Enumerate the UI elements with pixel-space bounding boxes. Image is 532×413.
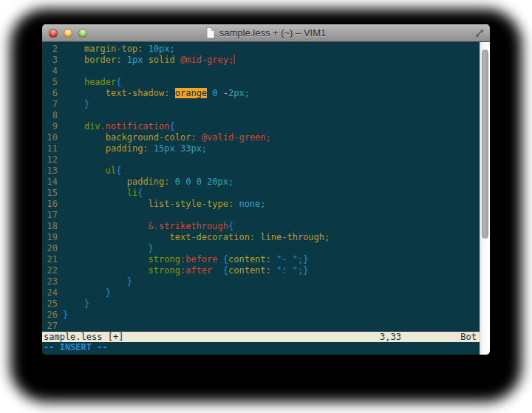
code-token: ul [106, 165, 116, 176]
code-line[interactable]: 23 } [42, 276, 480, 287]
line-number: 24 [42, 287, 58, 298]
code-line[interactable]: 10 background-color: @valid-green; [42, 132, 480, 143]
code-token [63, 55, 84, 65]
code-token [63, 177, 127, 187]
code-token: } [84, 99, 89, 109]
code-line[interactable]: 22 strong:after {content: ": ";} [42, 265, 480, 276]
code-token: ;} [298, 265, 308, 276]
code-line[interactable]: 19 text-decoration: line-through; [42, 232, 480, 243]
code-token [63, 165, 106, 176]
window-content: 2 margin-top: 10px;3 border: 1px solid @… [42, 42, 490, 355]
code-token [63, 221, 149, 231]
line-number: 9 [42, 121, 58, 132]
code-token: padding: [106, 143, 149, 154]
code-text: } [63, 298, 89, 310]
code-token: strong [149, 254, 180, 264]
code-token [218, 254, 223, 264]
code-text: margin-top: 10px; [63, 44, 175, 55]
code-text: div.notification{ [63, 121, 175, 132]
fullscreen-expand-icon[interactable] [474, 28, 485, 38]
code-line[interactable]: 5 header{ [42, 77, 480, 88]
code-text: } [63, 310, 68, 321]
code-text: header{ [63, 77, 122, 88]
code-line[interactable]: 17 [42, 210, 480, 221]
code-token [63, 287, 106, 298]
line-number: 25 [42, 298, 58, 310]
line-number: 14 [42, 177, 58, 188]
code-line[interactable]: 24 } [42, 287, 480, 298]
code-line[interactable]: 27 [42, 321, 480, 332]
code-text: &.strikethrough{ [63, 221, 233, 232]
line-number: 20 [42, 243, 58, 254]
statusline-filename: sample.less [+] [44, 332, 123, 342]
code-line[interactable]: 26} [42, 310, 480, 321]
code-token: header [84, 77, 116, 87]
zoom-button[interactable] [78, 29, 87, 38]
code-token [63, 298, 84, 309]
line-number: 7 [42, 99, 58, 110]
code-line[interactable]: 6 text-shadow: orange 0 -2px; [42, 88, 480, 99]
code-line[interactable]: 7 } [42, 99, 480, 110]
code-line[interactable]: 8 [42, 110, 480, 121]
close-button[interactable] [49, 29, 58, 38]
code-token: { [223, 265, 228, 276]
code-token [63, 132, 106, 143]
code-token: content: [228, 265, 271, 276]
code-line[interactable]: 20 } [42, 243, 480, 254]
code-token: border: [84, 55, 122, 65]
search-highlight: orange [175, 88, 207, 98]
code-line[interactable]: 13 ul{ [42, 165, 480, 177]
code-token: @valid-green; [202, 132, 271, 143]
line-number: 18 [42, 221, 58, 232]
code-token [63, 276, 127, 287]
code-line[interactable]: 16 list-style-type: none; [42, 199, 480, 210]
code-token: 15px 33px; [154, 143, 207, 154]
code-token: { [116, 165, 121, 176]
code-text: strong:after {content: ": ";} [63, 265, 308, 276]
code-line[interactable]: 21 strong:before {content: "- ";} [42, 254, 480, 265]
minimize-button[interactable] [64, 29, 72, 38]
line-number: 27 [42, 321, 58, 332]
code-token: { [228, 221, 233, 231]
code-token: div [84, 121, 100, 132]
titlebar[interactable]: sample.less + (~) – VIM1 [42, 24, 490, 42]
scrollbar-track[interactable] [480, 42, 490, 355]
code-token: - [223, 88, 228, 98]
code-token [63, 254, 149, 264]
desktop: sample.less + (~) – VIM1 2 margin-top: 1… [0, 0, 532, 413]
code-text: } [63, 276, 132, 287]
code-line[interactable]: 2 margin-top: 10px; [42, 44, 480, 55]
code-line[interactable]: 12 [42, 154, 480, 165]
code-token: 2px; [228, 88, 250, 98]
code-text: strong:before {content: "- ";} [63, 254, 308, 265]
code-token [63, 199, 149, 209]
code-token [63, 121, 84, 132]
code-text: ul{ [63, 165, 121, 177]
line-number: 6 [42, 88, 58, 99]
code-text: background-color: @valid-green; [63, 132, 271, 143]
code-line[interactable]: 3 border: 1px solid @mid-grey; [42, 55, 480, 66]
code-line[interactable]: 14 padding: 0 0 0 20px; [42, 177, 480, 188]
macvim-window: sample.less + (~) – VIM1 2 margin-top: 1… [42, 24, 490, 355]
scrollbar-thumb[interactable] [482, 50, 488, 239]
line-number: 5 [42, 77, 58, 88]
document-proxy-icon[interactable] [206, 27, 215, 38]
code-token: list-style-type: [149, 199, 234, 209]
code-line[interactable]: 18 &.strikethrough{ [42, 221, 480, 232]
code-text: padding: 0 0 0 20px; [63, 177, 233, 188]
code-line[interactable]: 25 } [42, 298, 480, 310]
statusline-scroll-position: Bot [460, 332, 477, 342]
code-text: } [63, 99, 89, 110]
vim-mode-indicator: -- INSERT -- [42, 342, 480, 355]
code-line[interactable]: 9 div.notification{ [42, 121, 480, 132]
code-line[interactable]: 4 [42, 66, 480, 77]
code-token: { [116, 77, 121, 87]
code-text: text-shadow: orange 0 -2px; [63, 88, 250, 99]
code-token: } [63, 310, 68, 320]
traffic-lights [49, 24, 87, 41]
code-line[interactable]: 15 li{ [42, 188, 480, 199]
code-token: none; [239, 199, 265, 209]
line-number: 4 [42, 66, 58, 77]
code-line[interactable]: 11 padding: 15px 33px; [42, 143, 480, 154]
code-lines[interactable]: 2 margin-top: 10px;3 border: 1px solid @… [42, 42, 480, 332]
